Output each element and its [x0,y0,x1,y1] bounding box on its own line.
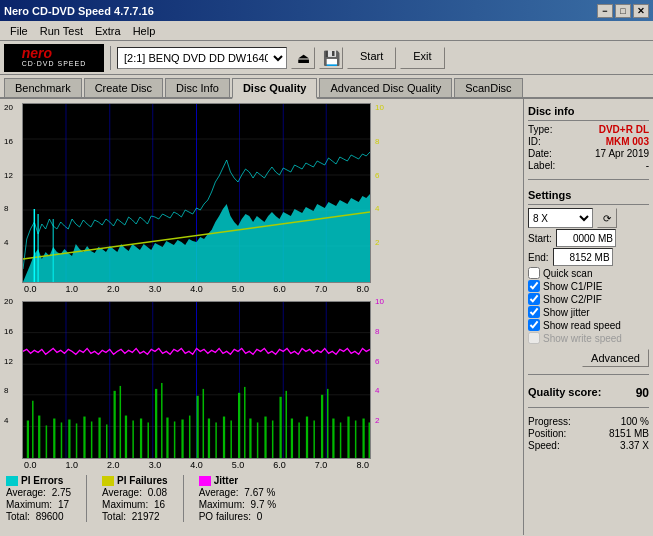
svg-rect-54 [203,389,205,458]
chart-area: 20 16 12 8 4 0 10 8 6 4 2 0 [0,99,523,535]
svg-rect-74 [340,422,342,458]
disc-id-row: ID: MKM 003 [528,136,649,147]
titlebar: Nero CD-DVD Speed 4.7.7.16 − □ ✕ [0,0,653,21]
show-c2pif-checkbox[interactable] [528,293,540,305]
separator-2 [528,179,649,180]
progress-value: 100 % [621,416,649,427]
y-axis-left-bottom: 20 16 12 8 4 0 [4,297,20,455]
svg-rect-33 [53,419,55,458]
svg-rect-69 [306,417,308,458]
drive-select[interactable]: [2:1] BENQ DVD DD DW1640 BSLB [117,47,287,69]
top-chart-wrapper: 20 16 12 8 4 0 10 8 6 4 2 0 [4,103,519,295]
end-input[interactable] [553,248,613,266]
maximize-button[interactable]: □ [615,4,631,18]
show-jitter-row: Show jitter [528,306,649,318]
show-read-speed-checkbox[interactable] [528,319,540,331]
end-label: End: [528,252,549,263]
window-controls: − □ ✕ [597,4,649,18]
show-jitter-checkbox[interactable] [528,306,540,318]
menu-extra[interactable]: Extra [89,23,127,39]
svg-rect-61 [249,419,251,458]
stats-separator-2 [183,475,184,522]
svg-rect-35 [68,419,70,458]
show-read-speed-label: Show read speed [543,320,621,331]
show-c2pif-row: Show C2/PIF [528,293,649,305]
refresh-button[interactable]: ⟳ [597,208,617,228]
tabs-bar: Benchmark Create Disc Disc Info Disc Qua… [0,75,653,99]
svg-rect-34 [61,422,63,458]
pi-errors-color [6,476,18,486]
pi-failures-stats: PI Failures Average: 0.08 Maximum: 16 To… [102,475,168,522]
speed-select[interactable]: 8 X [528,208,593,228]
svg-rect-49 [166,418,168,458]
separator-1 [528,120,649,121]
speed-row-progress: Speed: 3.37 X [528,440,649,451]
svg-rect-52 [189,416,191,458]
jitter-max-val: 9.7 % [251,499,277,510]
close-button[interactable]: ✕ [633,4,649,18]
quick-scan-checkbox[interactable] [528,267,540,279]
pi-errors-avg-val: 2.75 [52,487,71,498]
progress-label: Progress: [528,416,571,427]
disc-date-label: Date: [528,148,552,159]
svg-rect-45 [140,419,142,458]
y-axis-right-top: 10 8 6 4 2 0 [375,103,389,281]
eject-button[interactable]: ⏏ [291,47,315,69]
quality-score-value: 90 [636,386,649,400]
tab-advanceddiscquality[interactable]: Advanced Disc Quality [319,78,452,97]
separator-3 [528,204,649,205]
position-value: 8151 MB [609,428,649,439]
disc-type-value: DVD+R DL [599,124,649,135]
svg-rect-66 [286,391,288,458]
quick-scan-row: Quick scan [528,267,649,279]
pi-errors-total-label: Total: [6,511,30,522]
settings-title: Settings [528,189,649,201]
minimize-button[interactable]: − [597,4,613,18]
svg-rect-38 [91,421,93,458]
show-write-speed-checkbox[interactable] [528,332,540,344]
jitter-avg-val: 7.67 % [244,487,275,498]
jitter-color [199,476,211,486]
disc-type-label: Type: [528,124,552,135]
tab-discquality[interactable]: Disc Quality [232,78,318,99]
save-button[interactable]: 💾 [319,47,343,69]
show-c1pie-checkbox[interactable] [528,280,540,292]
show-c1pie-label: Show C1/PIE [543,281,602,292]
svg-rect-50 [174,421,176,458]
pi-failures-max-val: 16 [154,499,165,510]
svg-rect-48 [161,383,163,458]
pi-errors-label: PI Errors [21,475,63,486]
exit-button[interactable]: Exit [400,47,444,69]
svg-rect-77 [362,419,364,458]
pi-failures-total-label: Total: [102,511,126,522]
separator-4 [528,374,649,375]
tab-benchmark[interactable]: Benchmark [4,78,82,97]
menu-runtest[interactable]: Run Test [34,23,89,39]
svg-rect-30 [32,401,34,458]
pi-failures-total-val: 21972 [132,511,160,522]
menubar: File Run Test Extra Help [0,21,653,41]
start-input[interactable] [556,229,616,247]
pi-failures-max-label: Maximum: [102,499,148,510]
tab-scandisc[interactable]: ScanDisc [454,78,522,97]
menu-help[interactable]: Help [127,23,162,39]
settings-section: Settings 8 X ⟳ Start: End: Quick scan [528,187,649,367]
app-logo: nero CD·DVD SPEED [4,44,104,72]
start-button[interactable]: Start [347,47,396,69]
disc-id-label: ID: [528,136,541,147]
tab-discinfo[interactable]: Disc Info [165,78,230,97]
svg-rect-41 [114,391,116,458]
pi-errors-avg-label: Average: [6,487,46,498]
bottom-chart-x-axis: 0.0 1.0 2.0 3.0 4.0 5.0 6.0 7.0 8.0 [22,459,371,471]
stats-row: PI Errors Average: 2.75 Maximum: 17 Tota… [4,471,519,522]
main-content: 20 16 12 8 4 0 10 8 6 4 2 0 [0,99,653,535]
quality-score-row: Quality score: 90 [528,386,649,400]
separator-5 [528,407,649,408]
tab-createdisc[interactable]: Create Disc [84,78,163,97]
svg-rect-73 [332,419,334,458]
advanced-button[interactable]: Advanced [582,349,649,367]
show-c1pie-row: Show C1/PIE [528,280,649,292]
svg-rect-47 [155,389,157,458]
menu-file[interactable]: File [4,23,34,39]
svg-rect-36 [76,423,78,458]
